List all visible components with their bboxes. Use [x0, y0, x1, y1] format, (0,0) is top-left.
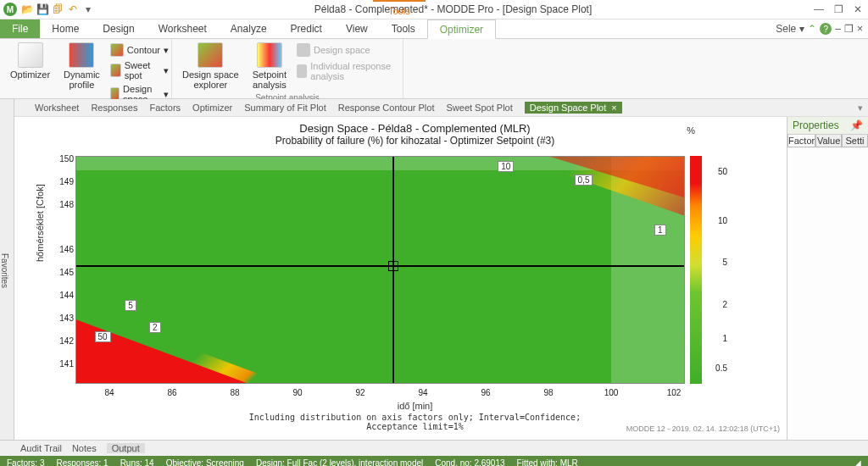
- qat-copy-icon[interactable]: 🗐: [51, 3, 64, 16]
- dtab-summary-fit[interactable]: Summary of Fit Plot: [244, 103, 326, 113]
- ribbon-collapse-icon[interactable]: ⌃: [808, 23, 816, 35]
- tab-analyze[interactable]: Analyze: [219, 19, 279, 38]
- context-tab-tools[interactable]: Tools: [373, 0, 426, 20]
- qat-dropdown-icon[interactable]: ▾: [81, 3, 95, 16]
- pin-icon[interactable]: 📌: [850, 119, 863, 131]
- status-cond: Cond. no: 2.69013: [435, 458, 504, 467]
- xtick: 90: [292, 388, 302, 397]
- qat-save-icon[interactable]: 💾: [36, 3, 49, 16]
- btab-notes[interactable]: Notes: [72, 443, 97, 453]
- tab-tools[interactable]: Tools: [380, 19, 427, 38]
- plot-subtitle: Probability of failure (%) for kihozatal…: [43, 135, 787, 147]
- status-design: Design: Full Fac (2 levels), interaction…: [256, 458, 423, 467]
- menu-bar: File Home Design Worksheet Analyze Predi…: [0, 19, 868, 39]
- file-menu[interactable]: File: [0, 19, 40, 38]
- prop-tab-factor[interactable]: Factor: [787, 135, 815, 147]
- tab-home[interactable]: Home: [40, 19, 91, 38]
- ira-icon: [297, 64, 307, 78]
- contour-label-2: 2: [149, 322, 161, 333]
- select-label[interactable]: Sele: [776, 23, 796, 35]
- tab-worksheet[interactable]: Worksheet: [147, 19, 219, 38]
- qat-undo-icon[interactable]: ↶: [66, 3, 80, 16]
- btab-output[interactable]: Output: [107, 443, 145, 453]
- mdi-close-button[interactable]: ×: [857, 23, 863, 35]
- crosshair-center-icon[interactable]: [388, 261, 398, 271]
- sweet-spot-icon: [110, 64, 121, 77]
- dtab-factors[interactable]: Factors: [149, 103, 181, 113]
- window-restore-button[interactable]: ❐: [832, 3, 846, 15]
- ytick: 149: [58, 177, 74, 186]
- tab-view[interactable]: View: [334, 19, 380, 38]
- cb-tick: 0.5: [715, 363, 727, 373]
- plot-timestamp: MODDE 12 - 2019. 02. 14. 12:02:18 (UTC+1…: [626, 424, 780, 433]
- chart-area[interactable]: 50 5 2 10 0,5 1: [75, 156, 685, 384]
- cb-tick: 1: [722, 334, 727, 343]
- tab-overflow-icon[interactable]: ▾: [858, 103, 863, 114]
- dtab-responses[interactable]: Responses: [91, 103, 137, 113]
- optimizer-label: Optimizer: [10, 69, 50, 80]
- btab-audit-trail[interactable]: Audit Trail: [20, 443, 62, 453]
- colorbar-unit: %: [687, 125, 695, 136]
- setpoint-label: Setpoint analysis: [253, 69, 287, 90]
- status-objective: Objective: Screening: [166, 458, 244, 467]
- status-fitted: Fitted with: MLR: [517, 458, 578, 467]
- ytick: 150: [58, 154, 74, 164]
- crosshair-horizontal[interactable]: [76, 265, 684, 267]
- ytick: 144: [58, 291, 74, 300]
- dtab-worksheet[interactable]: Worksheet: [35, 103, 79, 113]
- ytick: 142: [58, 336, 74, 346]
- contour-label-5: 5: [125, 300, 136, 311]
- cb-tick: 50: [718, 167, 727, 176]
- window-close-button[interactable]: ✕: [851, 3, 865, 15]
- dynamic-profile-icon: [69, 42, 94, 68]
- mdi-restore-button[interactable]: ❐: [844, 23, 854, 35]
- x-axis-label: idő [min]: [398, 401, 433, 411]
- status-bar: Factors: 3 Responses: 1 Runs: 14 Objecti…: [0, 456, 868, 466]
- document-tabs: Worksheet Responses Factors Optimizer Su…: [14, 99, 868, 117]
- dynamic-profile-button[interactable]: Dynamic profile: [58, 41, 105, 92]
- tab-optimizer[interactable]: Optimizer: [427, 19, 496, 39]
- status-grip-icon[interactable]: ◢: [854, 458, 861, 467]
- status-factors: Factors: 3: [7, 458, 44, 467]
- xtick: 94: [418, 388, 427, 397]
- help-icon[interactable]: ?: [820, 23, 832, 35]
- explorer-icon: [198, 42, 223, 68]
- bottom-tabs: Audit Trail Notes Output: [0, 440, 868, 456]
- contour-label-50: 50: [95, 331, 111, 342]
- plot-footnote: Including distribution on axis factors o…: [249, 413, 581, 431]
- xtick: 102: [667, 388, 682, 397]
- ira-label: Individual response analysis: [310, 61, 396, 81]
- prop-tab-setting[interactable]: Setti: [842, 135, 868, 147]
- ytick: 145: [58, 268, 74, 277]
- explorer-label: Design space explorer: [182, 69, 239, 90]
- tab-design[interactable]: Design: [91, 19, 146, 38]
- properties-title: Properties: [793, 119, 839, 131]
- tab-predict[interactable]: Predict: [279, 19, 334, 38]
- colorbar: [690, 156, 702, 384]
- dtab-design-space[interactable]: Design Space Plot×: [525, 102, 622, 114]
- qat-open-icon[interactable]: 📂: [20, 3, 34, 16]
- dtab-sweet-spot[interactable]: Sweet Spot Plot: [446, 103, 512, 113]
- optimizer-button[interactable]: Optimizer: [5, 41, 55, 81]
- dtab-optimizer[interactable]: Optimizer: [192, 103, 232, 113]
- contour-icon: [110, 43, 124, 57]
- contour-button[interactable]: Contour ▾: [108, 42, 170, 58]
- ribbon: Optimizer Dynamic profile Contour ▾ Swee…: [0, 39, 868, 99]
- properties-pane: Properties 📌 Factor Value Setti: [787, 117, 868, 440]
- sweet-spot-button[interactable]: Sweet spot ▾: [108, 59, 170, 81]
- favorites-sidebar-tab[interactable]: Favorites: [0, 99, 14, 440]
- dtab-response-contour[interactable]: Response Contour Plot: [338, 103, 435, 113]
- sweet-spot-label: Sweet spot: [125, 60, 160, 80]
- design-space-explorer-button[interactable]: Design space explorer: [177, 41, 244, 92]
- close-tab-icon[interactable]: ×: [611, 103, 616, 113]
- contour-label: Contour: [127, 45, 160, 55]
- window-minimize-button[interactable]: —: [811, 3, 826, 15]
- contour-label-10: 10: [498, 161, 514, 172]
- cb-tick: 10: [718, 216, 727, 225]
- setpoint-analysis-button[interactable]: Setpoint analysis: [248, 41, 292, 92]
- mdi-minimize-button[interactable]: –: [835, 23, 841, 35]
- select-dropdown-icon[interactable]: ▾: [799, 23, 804, 35]
- quick-access-toolbar: 📂 💾 🗐 ↶ ▾: [20, 3, 95, 16]
- y-axis-label: hőmérséklet [Cfok]: [35, 184, 45, 262]
- prop-tab-value[interactable]: Value: [815, 135, 842, 147]
